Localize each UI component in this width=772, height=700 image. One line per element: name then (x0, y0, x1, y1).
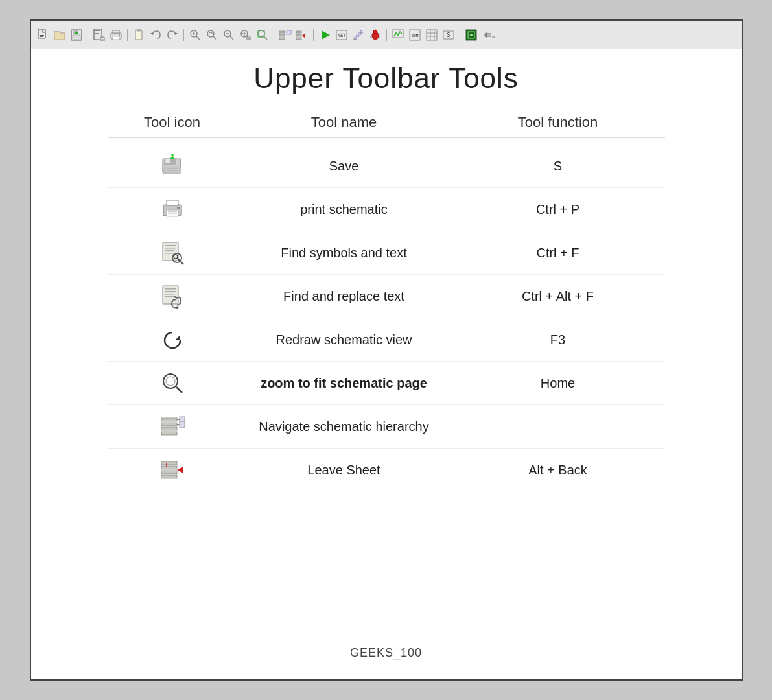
svg-rect-98 (165, 288, 176, 290)
header-icon: Tool icon (108, 114, 237, 131)
toolbar-print-icon[interactable] (108, 27, 124, 43)
tool-function-print: Ctrl + P (451, 202, 665, 217)
svg-rect-109 (161, 423, 177, 426)
toolbar-save-icon[interactable] (69, 27, 84, 43)
svg-line-107 (176, 387, 182, 393)
tool-name-hierarchy: Navigate schematic hierarchy (237, 419, 451, 434)
table-row: Redraw schematic view F3 (108, 318, 665, 362)
toolbar-pcbnew-icon[interactable] (463, 27, 479, 43)
icon-save (108, 154, 237, 178)
svg-text:BOM: BOM (411, 33, 418, 38)
svg-rect-3 (40, 36, 43, 37)
toolbar-sep-1 (88, 29, 88, 41)
toolbar-sep-4 (274, 29, 274, 41)
svg-rect-44 (296, 34, 301, 36)
svg-text:+: + (101, 37, 103, 41)
tool-function-redraw: F3 (451, 332, 665, 347)
svg-rect-45 (296, 38, 301, 40)
toolbar-bom-icon[interactable]: BOM (407, 27, 423, 43)
svg-text:BACK: BACK (492, 34, 495, 38)
table-row: zoom to fit schematic page Home (108, 362, 665, 405)
table-row: Find symbols and text Ctrl + F (108, 231, 665, 275)
svg-rect-115 (180, 421, 185, 428)
svg-rect-80 (171, 154, 173, 156)
toolbar-zoom-out-icon[interactable] (221, 27, 237, 43)
svg-point-35 (258, 30, 264, 37)
icon-redraw (108, 327, 237, 352)
table-row: Navigate schematic hierarchy (108, 405, 665, 449)
svg-rect-91 (165, 250, 174, 251)
toolbar-open-icon[interactable] (52, 27, 67, 43)
tool-function-leave: Alt + Back (451, 463, 665, 478)
svg-marker-70 (484, 32, 487, 38)
toolbar-sep-3 (183, 29, 184, 41)
svg-rect-90 (165, 248, 176, 249)
tool-function-save: S (451, 159, 665, 174)
toolbar-table-icon[interactable] (424, 27, 439, 43)
tool-function-replace: Ctrl + Alt + F (451, 289, 665, 304)
toolbar-new-icon[interactable] (35, 27, 51, 43)
tool-name-print: print schematic (237, 202, 451, 217)
table-row: print schematic Ctrl + P (108, 188, 665, 231)
toolbar-zoom-reset-icon[interactable] (204, 27, 220, 43)
tool-function-find: Ctrl + F (451, 246, 665, 261)
toolbar-zoom-page-icon[interactable] (255, 27, 270, 43)
toolbar-netlist-icon[interactable]: NET (334, 27, 349, 43)
svg-line-94 (180, 261, 183, 264)
svg-rect-82 (167, 200, 178, 205)
svg-marker-47 (322, 30, 330, 40)
svg-rect-71 (487, 33, 491, 36)
icon-find (108, 240, 237, 265)
toolbar-hierarchy-icon[interactable] (277, 27, 293, 43)
svg-rect-116 (161, 461, 177, 465)
toolbar-back-icon[interactable]: BACK (480, 27, 496, 43)
toolbar-paste-icon[interactable] (131, 27, 146, 43)
svg-rect-42 (287, 30, 291, 34)
toolbar-redo-icon[interactable] (165, 27, 180, 43)
svg-point-16 (119, 34, 120, 36)
svg-rect-60 (427, 30, 437, 40)
tool-function-zoom-fit: Home (451, 376, 665, 391)
svg-marker-104 (176, 335, 180, 340)
svg-point-87 (177, 207, 180, 209)
toolbar-bug-icon[interactable] (368, 27, 383, 43)
svg-point-105 (163, 374, 178, 388)
svg-rect-108 (161, 418, 177, 421)
svg-marker-120 (177, 467, 183, 473)
toolbar-zoom-in-icon[interactable] (187, 27, 203, 43)
svg-text:S: S (447, 32, 450, 38)
toolbar-run-icon[interactable] (317, 27, 333, 43)
toolbar-script-icon[interactable]: S (441, 27, 456, 43)
svg-marker-19 (150, 33, 154, 35)
svg-rect-89 (165, 245, 176, 246)
svg-text:NET: NET (337, 33, 345, 38)
svg-rect-10 (95, 32, 100, 32)
svg-line-26 (213, 36, 216, 40)
content-area: Upper Toolbar Tools Tool icon Tool name … (31, 49, 742, 679)
toolbar-undo-icon[interactable] (148, 27, 163, 43)
toolbar-page-setup-icon[interactable]: + (91, 27, 107, 43)
svg-rect-17 (135, 30, 142, 40)
toolbar-edit-icon[interactable] (351, 27, 366, 43)
icon-hierarchy (108, 414, 237, 439)
svg-line-24 (196, 36, 200, 40)
svg-point-69 (470, 34, 473, 36)
svg-rect-99 (165, 291, 176, 292)
footer-text: GEEKS_100 (350, 646, 422, 673)
toolbar-zoom-fit-icon[interactable] (238, 27, 253, 43)
main-window: + (30, 19, 743, 681)
svg-rect-111 (161, 432, 177, 435)
svg-marker-46 (302, 34, 305, 38)
svg-rect-119 (161, 475, 177, 478)
svg-line-29 (230, 36, 233, 40)
svg-rect-11 (95, 33, 99, 34)
svg-rect-2 (40, 35, 44, 36)
tool-name-zoom-fit: zoom to fit schematic page (237, 376, 451, 391)
page-title: Upper Toolbar Tools (253, 62, 519, 95)
icon-print (108, 197, 237, 222)
toolbar-leave-sheet-icon[interactable] (294, 27, 310, 43)
svg-rect-15 (113, 36, 119, 40)
toolbar-sim-icon[interactable] (390, 27, 406, 43)
svg-rect-118 (161, 471, 177, 474)
icon-replace (108, 284, 237, 309)
